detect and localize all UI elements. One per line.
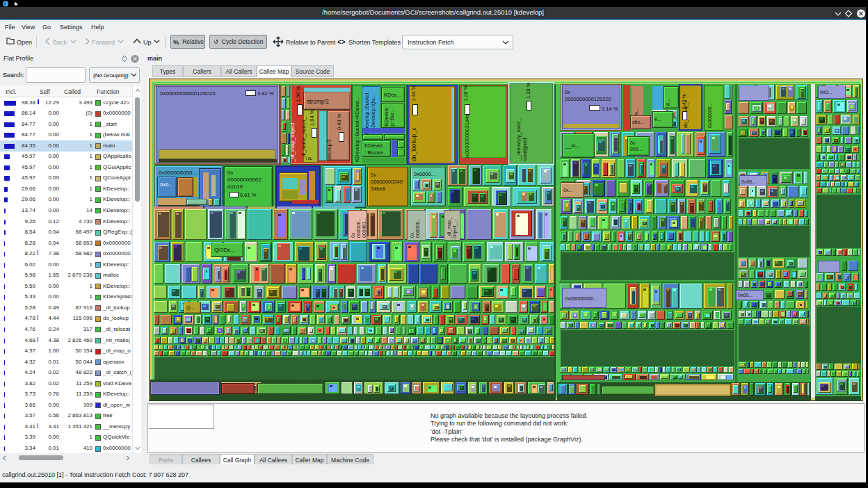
svg-text:d1b10: d1b10 [227,184,243,190]
svg-text:strc...: strc... [632,120,644,124]
svg-text:1.04 %: 1.04 % [309,109,315,126]
svg-text:QIODe...: QIODe... [214,247,235,253]
svg-text:3.82 %: 3.82 % [257,90,274,97]
svg-text:KDevelo: KDevelo [384,107,389,126]
svg-text:00000000340: 00000000340 [371,179,403,185]
svg-text:Q...: Q... [186,305,194,311]
svg-text:0000000000129220: 0000000000129220 [565,96,611,102]
svg-text:KDevel...: KDevel... [364,143,387,149]
svg-text:000000...: 000000... [356,218,361,238]
svg-text:1.39 %: 1.39 % [525,82,531,99]
svg-text:1.28 %: 1.28 % [463,85,469,101]
svg-text:0x: 0x [630,140,636,145]
svg-text:0x00000000031d4e0: 0x00000000031d4e0 [464,111,470,161]
svg-text:strcmp'2: strcmp'2 [326,138,332,160]
svg-text:0x0...: 0x0... [820,90,832,95]
svg-text:__memcpy_sse2_: __memcpy_sse2_ [515,117,522,161]
svg-text:KDevelop::Bucket: KDevelop::Bucket [364,92,370,134]
svg-text:0x...: 0x... [563,188,572,193]
svg-text:object_...: object_... [452,219,458,238]
svg-text:KDev...: KDev... [384,92,401,98]
svg-text:K...: K... [654,117,662,122]
svg-text:p::Buc...: p::Buc... [389,108,395,126]
svg-text:::Bucke...: ::Bucke... [364,149,387,156]
svg-text:unaligned: unaligned [522,138,528,161]
svg-text:1.14 %: 1.14 % [602,106,618,112]
svg-text:strcmp'2: strcmp'2 [307,98,329,105]
svg-text:1.96 %: 1.96 % [295,86,301,102]
svg-text:0x00...: 0x00... [738,293,753,298]
svg-text:0.43 %: 0.43 % [336,113,342,130]
svg-text:000000...: 000000... [415,218,420,238]
svg-text:p: p [306,157,312,160]
svg-text:0x000000...: 0x000000... [707,102,712,128]
svg-text:do_lookup_x: do_lookup_x [410,127,417,161]
svg-text:000...: 000... [630,147,643,152]
svg-text:0x: 0x [351,232,355,238]
svg-text:_dl_map_object: _dl_map_object [289,122,296,163]
svg-text:00000000002: 00000000002 [227,177,262,183]
svg-text:1.44 %: 1.44 % [410,85,417,101]
svg-text:0.61 %: 0.61 % [240,192,257,198]
svg-text:KDevelop::Bucket<KDevel...: KDevelop::Bucket<KDevel... [354,97,360,162]
svg-text:0x: 0x [227,170,233,176]
svg-text:_dl_name_match_: _dl_name_match_ [300,116,307,161]
svg-text:0x: 0x [565,89,570,95]
svg-text:__m...: __m... [565,143,580,149]
svg-text:_dl_map_: _dl_map_ [447,217,452,239]
svg-text:0x: 0x [410,232,415,238]
svg-text:0x0000000000129220: 0x0000000000129220 [160,90,216,97]
svg-text:000461...: 000461... [362,218,367,238]
svg-text:0.43 %: 0.43 % [682,94,686,109]
svg-text:0x0000...: 0x0000... [414,171,435,177]
svg-text:0x00...: 0x00... [741,179,756,184]
svg-text:0x000000000...: 0x000000000... [159,170,197,176]
svg-text:0x0...: 0x0... [160,181,172,188]
svg-text:0x00000000...: 0x00000000... [565,295,598,302]
svg-text:34be8: 34be8 [371,186,385,192]
svg-text:0x: 0x [371,172,376,178]
svg-text:K...: K... [666,98,670,106]
